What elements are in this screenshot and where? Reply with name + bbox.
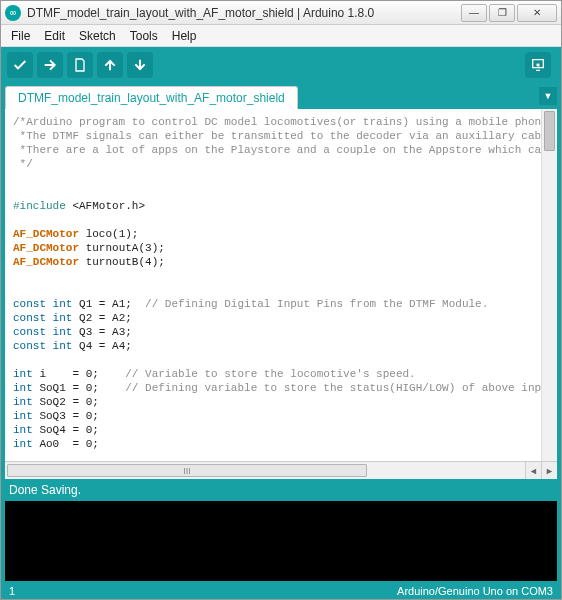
kw-const-int: const int — [13, 326, 72, 338]
menu-help[interactable]: Help — [166, 27, 203, 45]
minimize-button[interactable]: — — [461, 4, 487, 22]
decl-soq4: SoQ4 = 0; — [39, 424, 98, 436]
class-af-dcmotor: AF_DCMotor — [13, 256, 79, 268]
comment-line: *The DTMF signals can either be transmit… — [13, 130, 557, 142]
comment-line: *There are a lot of apps on the Playstor… — [13, 144, 557, 156]
kw-int: int — [13, 368, 33, 380]
board-port-info: Arduino/Genuino Uno on COM3 — [397, 585, 553, 597]
kw-int: int — [13, 424, 33, 436]
decl-q4: Q4 = A4; — [79, 340, 132, 352]
sketch-tab[interactable]: DTMF_model_train_layout_with_AF_motor_sh… — [5, 86, 298, 109]
kw-int: int — [13, 410, 33, 422]
upload-button[interactable] — [37, 52, 63, 78]
tab-menu-button[interactable]: ▼ — [539, 87, 557, 105]
decl-soq2: SoQ2 = 0; — [39, 396, 98, 408]
vertical-scroll-thumb[interactable] — [544, 111, 555, 151]
check-icon — [12, 57, 28, 73]
new-sketch-button[interactable] — [67, 52, 93, 78]
kw-int: int — [13, 438, 33, 450]
horizontal-scrollbar[interactable]: III — [5, 462, 525, 479]
scroll-left-button[interactable]: ◄ — [525, 462, 541, 479]
console-output[interactable] — [1, 501, 561, 581]
decl-turnouta: turnoutA(3); — [86, 242, 165, 254]
kw-int: int — [13, 396, 33, 408]
toolbar — [1, 47, 561, 83]
close-button[interactable]: ✕ — [517, 4, 557, 22]
save-sketch-button[interactable] — [127, 52, 153, 78]
decl-soq3: SoQ3 = 0; — [39, 410, 98, 422]
decl-turnoutb: turnoutB(4); — [86, 256, 165, 268]
arrow-up-icon — [102, 57, 118, 73]
decl-loco: loco(1); — [86, 228, 139, 240]
menu-sketch[interactable]: Sketch — [73, 27, 122, 45]
comment-line: */ — [13, 158, 33, 170]
menu-file[interactable]: File — [5, 27, 36, 45]
decl-q2: Q2 = A2; — [79, 312, 132, 324]
maximize-button[interactable]: ❐ — [489, 4, 515, 22]
code-editor[interactable]: /*Arduino program to control DC model lo… — [5, 109, 557, 461]
kw-const-int: const int — [13, 340, 72, 352]
arrow-right-icon — [42, 57, 58, 73]
status-bar: Done Saving. — [1, 479, 561, 501]
file-icon — [72, 57, 88, 73]
decl-q1: Q1 = A1; — [79, 298, 132, 310]
verify-button[interactable] — [7, 52, 33, 78]
window-titlebar: ∞ DTMF_model_train_layout_with_AF_motor_… — [1, 1, 561, 25]
status-message: Done Saving. — [9, 483, 81, 497]
open-sketch-button[interactable] — [97, 52, 123, 78]
serial-monitor-icon — [530, 57, 546, 73]
horizontal-scrollbar-row: III ◄ ► — [5, 461, 557, 479]
arrow-down-icon — [132, 57, 148, 73]
menu-edit[interactable]: Edit — [38, 27, 71, 45]
class-af-dcmotor: AF_DCMotor — [13, 228, 79, 240]
serial-monitor-button[interactable] — [525, 52, 551, 78]
comment-i: // Variable to store the locomotive's sp… — [125, 368, 415, 380]
comment-soq1: // Defining variable to store the status… — [125, 382, 557, 394]
window-buttons: — ❐ ✕ — [461, 4, 557, 22]
footer-bar: 1 Arduino/Genuino Uno on COM3 — [1, 581, 561, 600]
menu-tools[interactable]: Tools — [124, 27, 164, 45]
kw-const-int: const int — [13, 298, 72, 310]
kw-const-int: const int — [13, 312, 72, 324]
decl-soq1: SoQ1 = 0; — [39, 382, 98, 394]
vertical-scrollbar[interactable] — [541, 109, 557, 461]
decl-i: i = 0; — [39, 368, 98, 380]
comment-line: /*Arduino program to control DC model lo… — [13, 116, 557, 128]
class-af-dcmotor: AF_DCMotor — [13, 242, 79, 254]
scroll-right-button[interactable]: ► — [541, 462, 557, 479]
editor-pane: /*Arduino program to control DC model lo… — [1, 109, 561, 479]
line-number: 1 — [9, 585, 15, 597]
decl-q3: Q3 = A3; — [79, 326, 132, 338]
include-value: <AFMotor.h> — [72, 200, 145, 212]
decl-ao0: Ao0 = 0; — [39, 438, 98, 450]
tab-bar: DTMF_model_train_layout_with_AF_motor_sh… — [1, 83, 561, 109]
arduino-app-icon: ∞ — [5, 5, 21, 21]
kw-include: #include — [13, 200, 66, 212]
menubar: File Edit Sketch Tools Help — [1, 25, 561, 47]
chevron-down-icon: ▼ — [544, 91, 553, 101]
window-title: DTMF_model_train_layout_with_AF_motor_sh… — [27, 6, 461, 20]
horizontal-scroll-thumb[interactable]: III — [7, 464, 367, 477]
comment-q1: // Defining Digital Input Pins from the … — [145, 298, 488, 310]
kw-int: int — [13, 382, 33, 394]
